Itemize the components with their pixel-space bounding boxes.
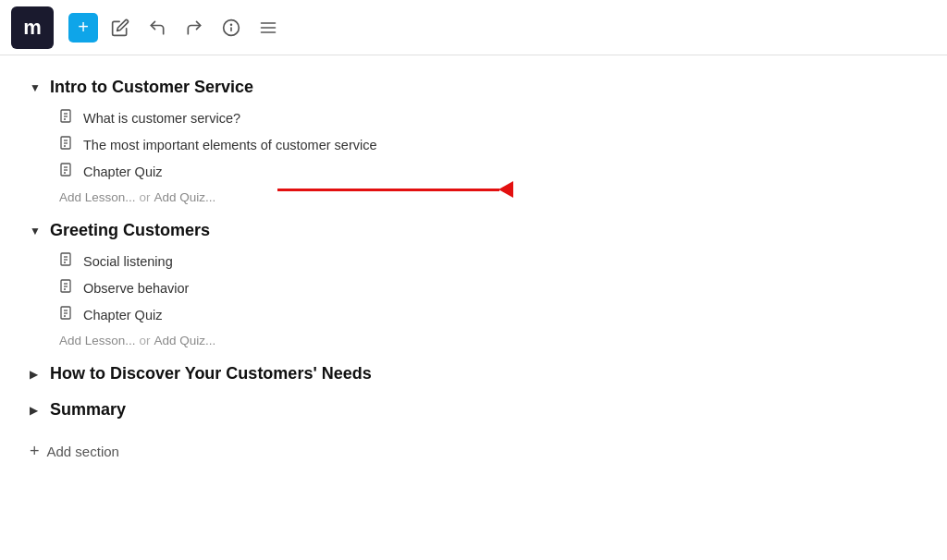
section-intro: Intro to Customer Service What is custom… bbox=[30, 78, 917, 204]
section-greeting: Greeting Customers Social listening bbox=[30, 221, 917, 347]
section-title-greeting: Greeting Customers bbox=[50, 221, 210, 240]
add-section-button[interactable]: + Add section bbox=[30, 442, 119, 461]
chevron-down-icon bbox=[30, 225, 43, 237]
list-item: Chapter Quiz bbox=[59, 301, 917, 328]
app-logo: m bbox=[11, 6, 54, 49]
lesson-label: Observe behavior bbox=[83, 281, 189, 296]
chevron-down-icon bbox=[30, 81, 43, 94]
section-discover: How to Discover Your Customers' Needs bbox=[30, 364, 917, 383]
lesson-label: The most important elements of customer … bbox=[83, 138, 377, 152]
add-section-label: Add section bbox=[47, 444, 119, 459]
document-icon bbox=[59, 252, 74, 270]
add-quiz-link[interactable]: Add Quiz... bbox=[154, 334, 216, 347]
document-icon bbox=[59, 279, 74, 297]
document-icon bbox=[59, 163, 74, 180]
add-lesson-row-intro: Add Lesson... or Add Quiz... bbox=[30, 190, 917, 204]
document-icon bbox=[59, 136, 74, 153]
chevron-right-icon bbox=[30, 368, 43, 381]
or-text: or bbox=[140, 334, 151, 347]
lesson-label: Chapter Quiz bbox=[83, 164, 162, 179]
list-item: What is customer service? bbox=[59, 104, 917, 131]
lesson-label: What is customer service? bbox=[83, 111, 240, 126]
add-lesson-row-greeting: Add Lesson... or Add Quiz... bbox=[30, 334, 917, 347]
chevron-right-icon bbox=[30, 404, 43, 417]
list-item: The most important elements of customer … bbox=[59, 131, 917, 158]
menu-icon[interactable] bbox=[253, 15, 283, 41]
add-button[interactable]: + bbox=[68, 13, 98, 43]
lesson-list-intro: What is customer service? The most impor… bbox=[30, 104, 917, 185]
plus-icon: + bbox=[30, 442, 40, 461]
edit-icon[interactable] bbox=[105, 15, 135, 41]
redo-icon[interactable] bbox=[179, 15, 209, 41]
section-title-summary: Summary bbox=[50, 400, 126, 420]
add-lesson-link[interactable]: Add Lesson... bbox=[59, 334, 136, 347]
lesson-list-greeting: Social listening Observe behavior bbox=[30, 248, 917, 328]
section-title-intro: Intro to Customer Service bbox=[50, 78, 253, 97]
document-icon bbox=[59, 306, 74, 323]
lesson-label: Social listening bbox=[83, 254, 173, 269]
toolbar: m + bbox=[0, 0, 947, 55]
section-header-discover[interactable]: How to Discover Your Customers' Needs bbox=[30, 364, 917, 383]
main-content: Intro to Customer Service What is custom… bbox=[0, 55, 947, 483]
section-header-summary[interactable]: Summary bbox=[30, 400, 917, 420]
section-header-greeting[interactable]: Greeting Customers bbox=[30, 221, 917, 240]
add-quiz-link[interactable]: Add Quiz... bbox=[154, 190, 216, 204]
document-icon bbox=[59, 109, 74, 127]
undo-icon[interactable] bbox=[142, 15, 172, 41]
or-text: or bbox=[140, 190, 151, 204]
section-header-intro[interactable]: Intro to Customer Service bbox=[30, 78, 917, 97]
list-item: Social listening bbox=[59, 248, 917, 274]
add-lesson-link[interactable]: Add Lesson... bbox=[59, 190, 136, 204]
list-item: Chapter Quiz bbox=[59, 158, 917, 185]
list-item: Observe behavior bbox=[59, 274, 917, 301]
section-title-discover: How to Discover Your Customers' Needs bbox=[50, 364, 372, 383]
info-icon[interactable] bbox=[216, 15, 246, 41]
lesson-label: Chapter Quiz bbox=[83, 308, 162, 323]
section-summary: Summary bbox=[30, 400, 917, 420]
